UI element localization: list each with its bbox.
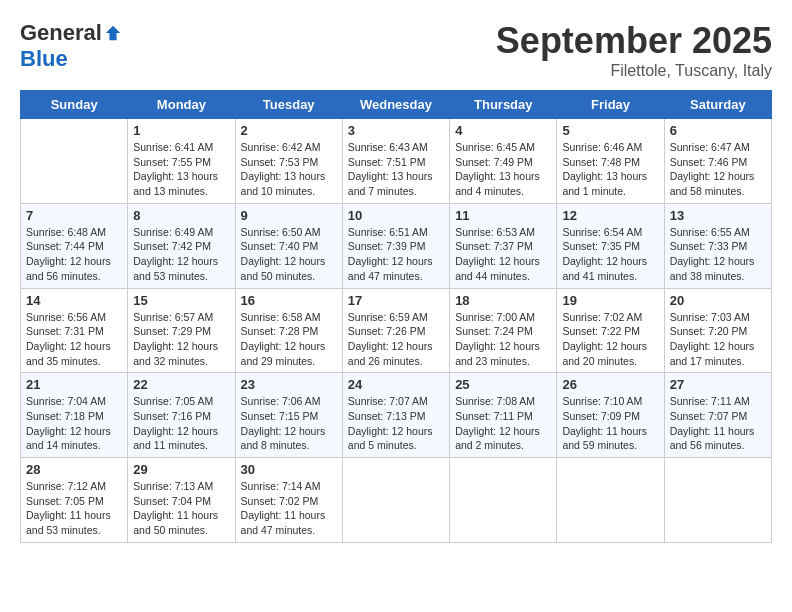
- day-info: Sunrise: 6:46 AMSunset: 7:48 PMDaylight:…: [562, 140, 658, 199]
- calendar-cell: 23Sunrise: 7:06 AMSunset: 7:15 PMDayligh…: [235, 373, 342, 458]
- day-info: Sunrise: 6:55 AMSunset: 7:33 PMDaylight:…: [670, 225, 766, 284]
- day-info: Sunrise: 6:47 AMSunset: 7:46 PMDaylight:…: [670, 140, 766, 199]
- weekday-header-friday: Friday: [557, 91, 664, 119]
- day-number: 26: [562, 377, 658, 392]
- calendar-cell: 20Sunrise: 7:03 AMSunset: 7:20 PMDayligh…: [664, 288, 771, 373]
- day-number: 9: [241, 208, 337, 223]
- calendar-week-row: 21Sunrise: 7:04 AMSunset: 7:18 PMDayligh…: [21, 373, 772, 458]
- calendar-cell: 18Sunrise: 7:00 AMSunset: 7:24 PMDayligh…: [450, 288, 557, 373]
- calendar-cell: 25Sunrise: 7:08 AMSunset: 7:11 PMDayligh…: [450, 373, 557, 458]
- calendar-cell: 10Sunrise: 6:51 AMSunset: 7:39 PMDayligh…: [342, 203, 449, 288]
- day-info: Sunrise: 6:41 AMSunset: 7:55 PMDaylight:…: [133, 140, 229, 199]
- location-subtitle: Filettole, Tuscany, Italy: [496, 62, 772, 80]
- calendar-cell: 28Sunrise: 7:12 AMSunset: 7:05 PMDayligh…: [21, 458, 128, 543]
- logo-icon: [104, 24, 122, 42]
- day-info: Sunrise: 7:06 AMSunset: 7:15 PMDaylight:…: [241, 394, 337, 453]
- day-number: 12: [562, 208, 658, 223]
- calendar-cell: 21Sunrise: 7:04 AMSunset: 7:18 PMDayligh…: [21, 373, 128, 458]
- day-number: 30: [241, 462, 337, 477]
- day-info: Sunrise: 6:54 AMSunset: 7:35 PMDaylight:…: [562, 225, 658, 284]
- calendar-cell: [557, 458, 664, 543]
- calendar-cell: 26Sunrise: 7:10 AMSunset: 7:09 PMDayligh…: [557, 373, 664, 458]
- day-number: 21: [26, 377, 122, 392]
- day-number: 1: [133, 123, 229, 138]
- weekday-header-wednesday: Wednesday: [342, 91, 449, 119]
- title-area: September 2025 Filettole, Tuscany, Italy: [496, 20, 772, 80]
- day-info: Sunrise: 7:03 AMSunset: 7:20 PMDaylight:…: [670, 310, 766, 369]
- day-info: Sunrise: 6:43 AMSunset: 7:51 PMDaylight:…: [348, 140, 444, 199]
- day-info: Sunrise: 7:00 AMSunset: 7:24 PMDaylight:…: [455, 310, 551, 369]
- day-number: 28: [26, 462, 122, 477]
- day-number: 6: [670, 123, 766, 138]
- day-number: 17: [348, 293, 444, 308]
- day-number: 20: [670, 293, 766, 308]
- day-info: Sunrise: 7:08 AMSunset: 7:11 PMDaylight:…: [455, 394, 551, 453]
- day-number: 11: [455, 208, 551, 223]
- day-number: 19: [562, 293, 658, 308]
- day-info: Sunrise: 6:48 AMSunset: 7:44 PMDaylight:…: [26, 225, 122, 284]
- calendar-week-row: 28Sunrise: 7:12 AMSunset: 7:05 PMDayligh…: [21, 458, 772, 543]
- page-header: General Blue September 2025 Filettole, T…: [20, 20, 772, 80]
- calendar-cell: 16Sunrise: 6:58 AMSunset: 7:28 PMDayligh…: [235, 288, 342, 373]
- day-info: Sunrise: 7:10 AMSunset: 7:09 PMDaylight:…: [562, 394, 658, 453]
- calendar-cell: 1Sunrise: 6:41 AMSunset: 7:55 PMDaylight…: [128, 119, 235, 204]
- day-number: 10: [348, 208, 444, 223]
- day-number: 5: [562, 123, 658, 138]
- day-info: Sunrise: 6:45 AMSunset: 7:49 PMDaylight:…: [455, 140, 551, 199]
- calendar-cell: [450, 458, 557, 543]
- day-number: 7: [26, 208, 122, 223]
- day-number: 13: [670, 208, 766, 223]
- svg-marker-0: [106, 26, 120, 40]
- day-number: 22: [133, 377, 229, 392]
- day-info: Sunrise: 7:14 AMSunset: 7:02 PMDaylight:…: [241, 479, 337, 538]
- day-number: 15: [133, 293, 229, 308]
- day-info: Sunrise: 6:51 AMSunset: 7:39 PMDaylight:…: [348, 225, 444, 284]
- calendar-cell: [21, 119, 128, 204]
- calendar-week-row: 7Sunrise: 6:48 AMSunset: 7:44 PMDaylight…: [21, 203, 772, 288]
- day-number: 3: [348, 123, 444, 138]
- calendar-week-row: 1Sunrise: 6:41 AMSunset: 7:55 PMDaylight…: [21, 119, 772, 204]
- logo-blue-text: Blue: [20, 46, 68, 72]
- day-info: Sunrise: 7:11 AMSunset: 7:07 PMDaylight:…: [670, 394, 766, 453]
- logo-general-text: General: [20, 20, 102, 46]
- calendar-cell: 12Sunrise: 6:54 AMSunset: 7:35 PMDayligh…: [557, 203, 664, 288]
- day-info: Sunrise: 6:42 AMSunset: 7:53 PMDaylight:…: [241, 140, 337, 199]
- calendar-cell: 9Sunrise: 6:50 AMSunset: 7:40 PMDaylight…: [235, 203, 342, 288]
- day-info: Sunrise: 7:05 AMSunset: 7:16 PMDaylight:…: [133, 394, 229, 453]
- day-info: Sunrise: 7:04 AMSunset: 7:18 PMDaylight:…: [26, 394, 122, 453]
- day-number: 4: [455, 123, 551, 138]
- calendar-cell: 24Sunrise: 7:07 AMSunset: 7:13 PMDayligh…: [342, 373, 449, 458]
- calendar-cell: 2Sunrise: 6:42 AMSunset: 7:53 PMDaylight…: [235, 119, 342, 204]
- calendar-cell: 19Sunrise: 7:02 AMSunset: 7:22 PMDayligh…: [557, 288, 664, 373]
- weekday-header-monday: Monday: [128, 91, 235, 119]
- day-info: Sunrise: 7:02 AMSunset: 7:22 PMDaylight:…: [562, 310, 658, 369]
- calendar-cell: 30Sunrise: 7:14 AMSunset: 7:02 PMDayligh…: [235, 458, 342, 543]
- day-number: 8: [133, 208, 229, 223]
- calendar-cell: [664, 458, 771, 543]
- calendar-cell: 8Sunrise: 6:49 AMSunset: 7:42 PMDaylight…: [128, 203, 235, 288]
- day-info: Sunrise: 6:58 AMSunset: 7:28 PMDaylight:…: [241, 310, 337, 369]
- day-info: Sunrise: 6:53 AMSunset: 7:37 PMDaylight:…: [455, 225, 551, 284]
- day-number: 14: [26, 293, 122, 308]
- day-info: Sunrise: 6:49 AMSunset: 7:42 PMDaylight:…: [133, 225, 229, 284]
- calendar-cell: 17Sunrise: 6:59 AMSunset: 7:26 PMDayligh…: [342, 288, 449, 373]
- day-info: Sunrise: 7:07 AMSunset: 7:13 PMDaylight:…: [348, 394, 444, 453]
- calendar-cell: 15Sunrise: 6:57 AMSunset: 7:29 PMDayligh…: [128, 288, 235, 373]
- calendar-cell: 3Sunrise: 6:43 AMSunset: 7:51 PMDaylight…: [342, 119, 449, 204]
- day-number: 29: [133, 462, 229, 477]
- day-number: 2: [241, 123, 337, 138]
- day-info: Sunrise: 6:59 AMSunset: 7:26 PMDaylight:…: [348, 310, 444, 369]
- day-info: Sunrise: 6:56 AMSunset: 7:31 PMDaylight:…: [26, 310, 122, 369]
- day-number: 18: [455, 293, 551, 308]
- month-title: September 2025: [496, 20, 772, 62]
- day-number: 25: [455, 377, 551, 392]
- day-number: 23: [241, 377, 337, 392]
- calendar-cell: 5Sunrise: 6:46 AMSunset: 7:48 PMDaylight…: [557, 119, 664, 204]
- calendar-cell: [342, 458, 449, 543]
- calendar-cell: 6Sunrise: 6:47 AMSunset: 7:46 PMDaylight…: [664, 119, 771, 204]
- calendar-cell: 27Sunrise: 7:11 AMSunset: 7:07 PMDayligh…: [664, 373, 771, 458]
- calendar-cell: 22Sunrise: 7:05 AMSunset: 7:16 PMDayligh…: [128, 373, 235, 458]
- logo: General Blue: [20, 20, 122, 72]
- calendar-cell: 13Sunrise: 6:55 AMSunset: 7:33 PMDayligh…: [664, 203, 771, 288]
- calendar-table: SundayMondayTuesdayWednesdayThursdayFrid…: [20, 90, 772, 543]
